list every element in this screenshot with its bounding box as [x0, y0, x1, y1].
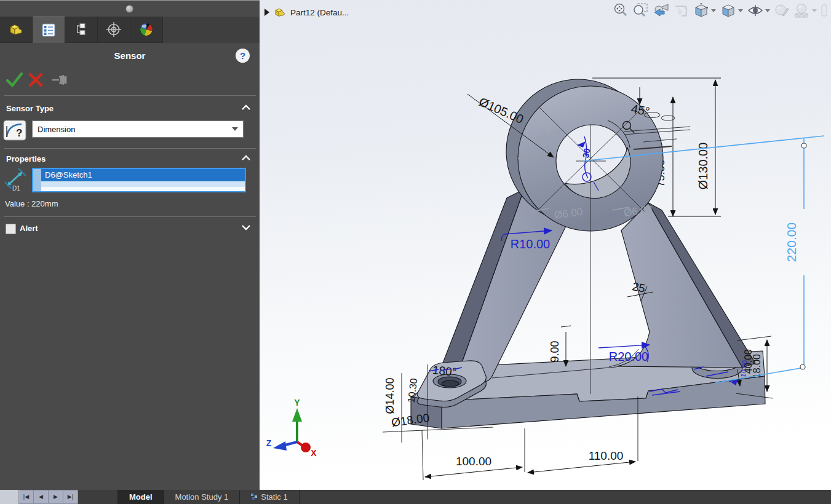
listbox-subrow	[41, 181, 245, 187]
tab-scroll-first-button[interactable]: |◀	[19, 490, 34, 504]
chevron-down-icon	[232, 127, 238, 131]
svg-text:180°: 180°	[432, 363, 457, 379]
dimension-sensor-icon: D1	[2, 167, 28, 192]
divider	[4, 95, 256, 96]
tab-propertymanager[interactable]	[33, 17, 65, 43]
dim-100[interactable]: 100.00	[422, 428, 525, 480]
sensor-gauge-icon: ?	[3, 120, 26, 141]
d1-icon-label: D1	[12, 185, 20, 192]
help-button[interactable]: ?	[236, 49, 250, 63]
orientation-triad: Y Z X	[266, 398, 317, 458]
ok-button[interactable]	[5, 71, 23, 89]
properties-header[interactable]: Properties	[6, 154, 46, 163]
selected-dimension-item[interactable]: D6@Sketch1	[41, 169, 245, 181]
svg-text:110.00: 110.00	[589, 449, 624, 462]
tab-static-1[interactable]: Static 1	[240, 490, 299, 504]
tabrow-filler	[163, 17, 260, 42]
part-icon	[7, 21, 25, 38]
configurationmanager-icon	[73, 21, 90, 38]
triad-y-label: Y	[294, 398, 300, 408]
cancel-button[interactable]	[28, 73, 43, 87]
display-sphere-icon	[138, 21, 155, 38]
divider	[4, 216, 256, 217]
tab-motion-study-1[interactable]: Motion Study 1	[164, 490, 241, 504]
svg-text:Ø18.00: Ø18.00	[391, 411, 431, 429]
svg-text:Ø105.00: Ø105.00	[477, 95, 525, 126]
dim-handle[interactable]	[800, 364, 805, 369]
triad-z-label: Z	[266, 438, 272, 448]
svg-text:Ø14.00: Ø14.00	[384, 377, 396, 414]
listbox-gutter	[33, 169, 41, 191]
svg-text:25: 25	[631, 280, 646, 295]
manager-tab-row	[0, 17, 260, 42]
sensor-entity-listbox[interactable]: D6@Sketch1	[32, 168, 246, 192]
property-manager-panel: Sensor ? Sensor Type ? Dimension Propert…	[0, 0, 260, 490]
propertymanager-icon	[40, 22, 57, 39]
graphics-viewport[interactable]: Part12 (Defau...	[260, 0, 831, 490]
dim-handle[interactable]	[801, 143, 806, 148]
sensor-type-header[interactable]: Sensor Type	[6, 104, 54, 113]
tab-dimxpertmanager[interactable]	[98, 17, 130, 43]
tab-displaymanager[interactable]	[130, 17, 163, 43]
tab-motion-study-label: Motion Study 1	[175, 492, 229, 502]
model-canvas: 75.00	[260, 0, 831, 490]
sensor-type-dropdown[interactable]: Dimension	[32, 120, 244, 138]
tab-static-label: Static 1	[261, 492, 287, 502]
divider	[4, 148, 256, 149]
collapse-chevron-icon[interactable]	[241, 104, 251, 111]
svg-text:R10.00: R10.00	[511, 237, 551, 251]
expand-chevron-icon[interactable]	[241, 224, 251, 230]
splitter-grip-icon[interactable]	[125, 5, 133, 13]
sensor-type-value: Dimension	[38, 125, 75, 134]
bracket-model	[411, 79, 765, 428]
dimxpert-target-icon	[105, 21, 122, 38]
pane-resize-grip[interactable]	[0, 490, 19, 504]
sensor-value-text: Value : 220mm	[5, 199, 58, 208]
gauge-question-glyph: ?	[16, 127, 22, 139]
tab-scroll-next-button[interactable]: ▶	[49, 490, 63, 504]
tab-featuremanager[interactable]	[0, 17, 33, 43]
tab-configurationmanager[interactable]	[65, 17, 98, 43]
dim-10-overlap[interactable]: 10.00	[739, 360, 748, 377]
svg-text:9.00: 9.00	[549, 341, 561, 362]
panel-action-row	[0, 70, 260, 90]
panel-splitter-horizontal[interactable]	[0, 0, 260, 17]
tab-model-label: Model	[129, 492, 153, 502]
alert-checkbox[interactable]	[6, 224, 16, 234]
svg-text:R20.00: R20.00	[609, 350, 649, 363]
status-tab-bar: |◀ ◀ ▶ ▶| Model Motion Study 1 Static 1	[0, 490, 831, 504]
collapse-chevron-icon[interactable]	[241, 155, 251, 161]
tab-scroll-last-button[interactable]: ▶|	[63, 490, 78, 504]
pin-button[interactable]	[52, 74, 68, 86]
tab-scroll-prev-button[interactable]: ◀	[34, 490, 49, 504]
tab-model[interactable]: Model	[117, 490, 164, 504]
alert-header[interactable]: Alert	[20, 224, 38, 233]
triad-x-label: X	[311, 448, 317, 458]
dim-9[interactable]: 9.00	[549, 326, 571, 366]
selected-dim-value: 220.00	[784, 222, 798, 262]
svg-text:100.00: 100.00	[456, 455, 491, 468]
static-study-icon	[251, 494, 258, 500]
panel-title: Sensor	[0, 50, 260, 61]
